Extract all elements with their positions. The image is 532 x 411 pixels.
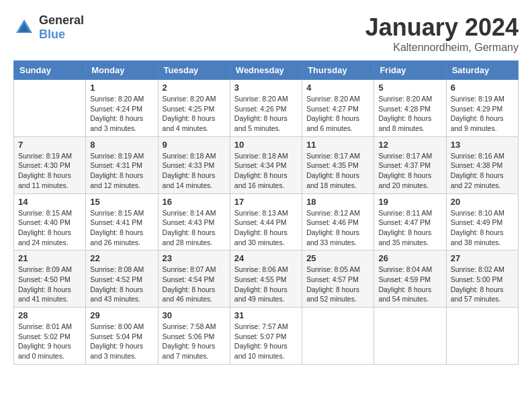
day-number: 11: [306, 140, 369, 150]
day-info: Sunrise: 8:13 AMSunset: 4:44 PMDaylight:…: [234, 208, 298, 248]
day-info: Sunrise: 8:17 AMSunset: 4:37 PMDaylight:…: [378, 151, 441, 191]
day-number: 19: [378, 197, 441, 207]
day-info: Sunrise: 8:19 AMSunset: 4:29 PMDaylight:…: [451, 94, 514, 134]
calendar-cell: 22Sunrise: 8:08 AMSunset: 4:52 PMDayligh…: [86, 250, 158, 308]
day-number: 21: [18, 253, 81, 263]
day-info: Sunrise: 8:15 AMSunset: 4:41 PMDaylight:…: [90, 208, 153, 248]
calendar-cell: 30Sunrise: 7:58 AMSunset: 5:06 PMDayligh…: [158, 308, 230, 365]
day-number: 26: [378, 253, 441, 263]
day-number: 29: [90, 310, 153, 320]
day-info: Sunrise: 8:16 AMSunset: 4:38 PMDaylight:…: [451, 151, 514, 191]
day-number: 31: [234, 310, 298, 320]
calendar-cell: 13Sunrise: 8:16 AMSunset: 4:38 PMDayligh…: [446, 136, 518, 193]
day-info: Sunrise: 8:04 AMSunset: 4:59 PMDaylight:…: [378, 265, 441, 304]
week-row-2: 7Sunrise: 8:19 AMSunset: 4:30 PMDaylight…: [14, 136, 519, 193]
day-info: Sunrise: 8:00 AMSunset: 5:04 PMDaylight:…: [90, 322, 153, 361]
calendar-cell: 2Sunrise: 8:20 AMSunset: 4:25 PMDaylight…: [158, 80, 230, 137]
day-info: Sunrise: 8:20 AMSunset: 4:28 PMDaylight:…: [378, 94, 441, 134]
header-day-thursday: Thursday: [302, 61, 374, 80]
day-number: 8: [90, 140, 153, 150]
calendar-cell: 10Sunrise: 8:18 AMSunset: 4:34 PMDayligh…: [230, 136, 302, 193]
day-number: 4: [306, 83, 369, 93]
day-info: Sunrise: 8:15 AMSunset: 4:40 PMDaylight:…: [18, 208, 81, 248]
day-number: 18: [306, 197, 369, 207]
calendar-table: SundayMondayTuesdayWednesdayThursdayFrid…: [13, 60, 519, 365]
day-info: Sunrise: 8:19 AMSunset: 4:30 PMDaylight:…: [18, 151, 81, 191]
calendar-cell: 15Sunrise: 8:15 AMSunset: 4:41 PMDayligh…: [86, 193, 158, 250]
day-info: Sunrise: 8:20 AMSunset: 4:24 PMDaylight:…: [90, 94, 153, 134]
calendar-cell: 23Sunrise: 8:07 AMSunset: 4:54 PMDayligh…: [158, 250, 230, 308]
week-row-1: 1Sunrise: 8:20 AMSunset: 4:24 PMDaylight…: [14, 80, 519, 137]
calendar-cell: 16Sunrise: 8:14 AMSunset: 4:43 PMDayligh…: [158, 193, 230, 250]
day-number: 30: [163, 310, 226, 320]
day-info: Sunrise: 8:07 AMSunset: 4:54 PMDaylight:…: [163, 265, 226, 304]
calendar-cell: 29Sunrise: 8:00 AMSunset: 5:04 PMDayligh…: [86, 308, 158, 365]
day-info: Sunrise: 8:18 AMSunset: 4:34 PMDaylight:…: [234, 151, 298, 191]
day-number: 15: [90, 197, 153, 207]
day-info: Sunrise: 8:14 AMSunset: 4:43 PMDaylight:…: [163, 208, 226, 248]
logo: General Blue: [13, 13, 84, 42]
day-number: 20: [451, 197, 514, 207]
day-info: Sunrise: 8:10 AMSunset: 4:49 PMDaylight:…: [451, 208, 514, 248]
day-info: Sunrise: 8:05 AMSunset: 4:57 PMDaylight:…: [306, 265, 369, 304]
calendar-cell: 20Sunrise: 8:10 AMSunset: 4:49 PMDayligh…: [446, 193, 518, 250]
calendar-header-row: SundayMondayTuesdayWednesdayThursdayFrid…: [14, 61, 519, 80]
day-number: 24: [234, 253, 298, 263]
calendar-cell: 8Sunrise: 8:19 AMSunset: 4:31 PMDaylight…: [86, 136, 158, 193]
day-info: Sunrise: 8:19 AMSunset: 4:31 PMDaylight:…: [90, 151, 153, 191]
day-number: 27: [451, 253, 514, 263]
day-info: Sunrise: 8:01 AMSunset: 5:02 PMDaylight:…: [18, 322, 81, 361]
day-info: Sunrise: 8:17 AMSunset: 4:35 PMDaylight:…: [306, 151, 369, 191]
day-info: Sunrise: 8:20 AMSunset: 4:26 PMDaylight:…: [234, 94, 298, 134]
week-row-5: 28Sunrise: 8:01 AMSunset: 5:02 PMDayligh…: [14, 308, 519, 365]
day-number: 17: [234, 197, 298, 207]
calendar-cell: 12Sunrise: 8:17 AMSunset: 4:37 PMDayligh…: [374, 136, 446, 193]
calendar-cell: [374, 308, 446, 365]
logo-blue: Blue: [39, 28, 65, 41]
day-info: Sunrise: 8:20 AMSunset: 4:25 PMDaylight:…: [163, 94, 226, 134]
day-number: 13: [451, 140, 514, 150]
calendar-cell: 27Sunrise: 8:02 AMSunset: 5:00 PMDayligh…: [446, 250, 518, 308]
day-number: 14: [18, 197, 81, 207]
calendar-cell: 6Sunrise: 8:19 AMSunset: 4:29 PMDaylight…: [446, 80, 518, 137]
day-info: Sunrise: 8:09 AMSunset: 4:50 PMDaylight:…: [18, 265, 81, 304]
header-day-tuesday: Tuesday: [158, 61, 230, 80]
week-row-3: 14Sunrise: 8:15 AMSunset: 4:40 PMDayligh…: [14, 193, 519, 250]
day-info: Sunrise: 7:58 AMSunset: 5:06 PMDaylight:…: [163, 322, 226, 361]
day-number: 10: [234, 140, 298, 150]
logo-general: General: [39, 13, 84, 27]
header: General Blue January 2024 Kaltennordheim…: [13, 13, 519, 54]
calendar-cell: [14, 80, 86, 137]
calendar-cell: 21Sunrise: 8:09 AMSunset: 4:50 PMDayligh…: [14, 250, 86, 308]
day-info: Sunrise: 8:20 AMSunset: 4:27 PMDaylight:…: [306, 94, 369, 134]
calendar-cell: [446, 308, 518, 365]
month-title: January 2024: [365, 13, 519, 42]
day-number: 25: [306, 253, 369, 263]
calendar-cell: 9Sunrise: 8:18 AMSunset: 4:33 PMDaylight…: [158, 136, 230, 193]
day-number: 16: [163, 197, 226, 207]
calendar-cell: 18Sunrise: 8:12 AMSunset: 4:46 PMDayligh…: [302, 193, 374, 250]
day-number: 6: [451, 83, 514, 93]
day-number: 9: [163, 140, 226, 150]
calendar-cell: 24Sunrise: 8:06 AMSunset: 4:55 PMDayligh…: [230, 250, 302, 308]
calendar-cell: 19Sunrise: 8:11 AMSunset: 4:47 PMDayligh…: [374, 193, 446, 250]
week-row-4: 21Sunrise: 8:09 AMSunset: 4:50 PMDayligh…: [14, 250, 519, 308]
header-day-monday: Monday: [86, 61, 158, 80]
calendar-cell: 31Sunrise: 7:57 AMSunset: 5:07 PMDayligh…: [230, 308, 302, 365]
calendar-cell: 25Sunrise: 8:05 AMSunset: 4:57 PMDayligh…: [302, 250, 374, 308]
header-day-wednesday: Wednesday: [230, 61, 302, 80]
calendar-cell: 28Sunrise: 8:01 AMSunset: 5:02 PMDayligh…: [14, 308, 86, 365]
day-number: 7: [18, 140, 81, 150]
day-number: 28: [18, 310, 81, 320]
calendar-cell: 14Sunrise: 8:15 AMSunset: 4:40 PMDayligh…: [14, 193, 86, 250]
calendar-cell: 4Sunrise: 8:20 AMSunset: 4:27 PMDaylight…: [302, 80, 374, 137]
day-info: Sunrise: 7:57 AMSunset: 5:07 PMDaylight:…: [234, 322, 298, 361]
calendar-cell: 17Sunrise: 8:13 AMSunset: 4:44 PMDayligh…: [230, 193, 302, 250]
day-info: Sunrise: 8:12 AMSunset: 4:46 PMDaylight:…: [306, 208, 369, 248]
day-info: Sunrise: 8:18 AMSunset: 4:33 PMDaylight:…: [163, 151, 226, 191]
day-info: Sunrise: 8:02 AMSunset: 5:00 PMDaylight:…: [451, 265, 514, 304]
location-title: Kaltennordheim, Germany: [365, 42, 519, 54]
calendar-cell: 1Sunrise: 8:20 AMSunset: 4:24 PMDaylight…: [86, 80, 158, 137]
day-number: 12: [378, 140, 441, 150]
title-area: January 2024 Kaltennordheim, Germany: [365, 13, 519, 54]
